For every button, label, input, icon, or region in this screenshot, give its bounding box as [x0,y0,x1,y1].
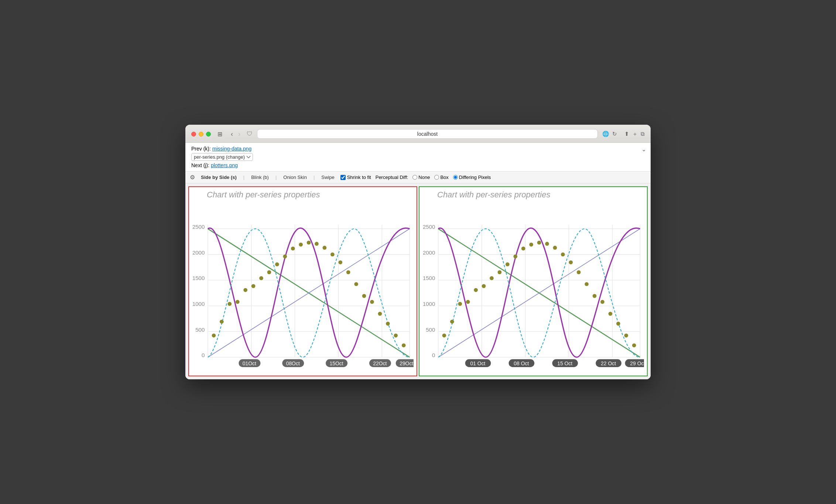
svg-point-90 [561,252,565,256]
left-chart-svg: 0 500 1000 1500 2000 2500 [192,201,414,371]
back-button[interactable]: ‹ [229,130,235,139]
prev-link-line: Prev (k): missing-data.png [191,146,645,152]
left-chart-panel: Chart with per-series properties 0 500 1… [188,186,417,376]
box-radio-label[interactable]: Box [434,175,448,180]
file-select-row: per-series.png (change) [191,153,645,161]
box-radio[interactable] [434,175,439,180]
svg-point-42 [386,322,390,326]
shrink-to-fit-checkbox[interactable] [340,175,346,180]
right-chart-svg: 0 500 1000 1500 2000 2500 [422,201,644,371]
right-chart-title: Chart with per-series properties [422,190,644,200]
svg-text:2000: 2000 [423,249,435,256]
differing-pixels-radio[interactable] [453,175,458,180]
svg-point-95 [600,300,604,304]
svg-text:0: 0 [202,352,205,358]
minimize-button[interactable] [199,132,203,137]
onion-skin-tab[interactable]: Onion Skin [282,174,308,181]
right-chart-panel: Chart with per-series properties 0 500 1… [419,186,648,376]
close-button[interactable] [191,132,196,137]
svg-point-25 [251,284,256,288]
svg-point-31 [299,243,303,247]
prev-link[interactable]: missing-data.png [212,146,252,152]
svg-text:1000: 1000 [192,301,205,307]
translate-icon: 🌐 [602,131,609,137]
share-icon[interactable]: ⬆ [624,131,629,137]
swipe-tab[interactable]: Swipe [320,174,336,181]
svg-point-89 [553,246,557,250]
svg-point-35 [330,252,335,256]
box-label: Box [440,175,448,180]
svg-text:2000: 2000 [192,249,205,256]
svg-point-91 [569,260,573,265]
forward-button[interactable]: › [236,130,242,139]
svg-text:1500: 1500 [423,275,435,281]
svg-point-87 [537,241,541,245]
perceptual-diff-label: Perceptual Diff: [376,175,408,180]
svg-text:2500: 2500 [192,224,205,230]
refresh-icon[interactable]: ↻ [612,131,617,137]
svg-point-24 [243,288,247,292]
next-link[interactable]: plotters.png [211,162,238,168]
svg-text:1500: 1500 [192,275,205,281]
svg-point-80 [482,284,486,288]
differing-pixels-radio-label[interactable]: Differing Pixels [453,175,491,180]
svg-text:15 Oct: 15 Oct [557,360,572,366]
svg-point-21 [220,320,224,324]
svg-text:08 Oct: 08 Oct [514,360,529,366]
svg-point-75 [442,334,446,338]
svg-point-85 [521,246,525,251]
svg-point-99 [632,344,636,348]
svg-point-30 [291,246,295,251]
svg-point-33 [315,242,319,246]
svg-text:29 Oct: 29 Oct [630,360,644,366]
svg-point-34 [323,246,327,250]
tabs-icon[interactable]: ⧉ [641,131,645,137]
svg-point-36 [338,260,342,265]
settings-icon[interactable]: ⚙ [190,174,195,181]
svg-point-98 [624,334,628,338]
svg-text:22 Oct: 22 Oct [601,360,616,366]
shrink-to-fit-label: Shrink to fit [347,175,371,180]
svg-point-79 [474,288,478,292]
svg-point-94 [593,294,597,298]
shrink-to-fit-checkbox-label[interactable]: Shrink to fit [340,175,371,180]
sidebar-toggle-button[interactable]: ⊞ [215,130,225,138]
svg-point-82 [498,270,502,275]
svg-point-44 [402,344,406,348]
file-selector[interactable]: per-series.png (change) [191,153,253,161]
left-chart-title: Chart with per-series properties [192,190,414,200]
svg-text:29Oct: 29Oct [400,360,413,366]
prev-label: Prev (k): [191,146,211,152]
svg-text:1000: 1000 [423,301,435,307]
next-link-line: Next (j): plotters.png [191,162,645,168]
svg-point-40 [370,300,374,304]
svg-text:500: 500 [426,327,435,333]
new-tab-icon[interactable]: ＋ [632,131,638,138]
svg-point-20 [212,334,216,338]
svg-point-38 [354,282,358,286]
expand-button[interactable]: ⌄ [641,146,646,153]
blink-tab[interactable]: Blink (b) [250,174,270,181]
shield-icon: 🛡 [247,131,253,137]
svg-text:08Oct: 08Oct [286,360,300,366]
none-radio-label[interactable]: None [412,175,430,180]
maximize-button[interactable] [206,132,211,137]
svg-point-26 [259,276,263,280]
svg-point-78 [466,300,470,304]
traffic-lights [191,132,211,137]
svg-point-86 [529,243,533,247]
svg-point-92 [577,270,581,275]
svg-point-28 [275,262,279,266]
address-bar[interactable]: localhost [257,129,598,139]
svg-point-23 [236,300,240,304]
svg-point-83 [506,262,510,266]
svg-point-37 [346,270,350,275]
none-radio[interactable] [412,175,417,180]
side-by-side-tab[interactable]: Side by Side (s) [199,174,238,181]
svg-text:15Oct: 15Oct [330,360,343,366]
svg-point-22 [227,302,232,306]
svg-point-76 [450,320,454,324]
svg-text:01 Oct: 01 Oct [470,360,486,366]
svg-text:0: 0 [432,352,435,358]
none-label: None [418,175,430,180]
